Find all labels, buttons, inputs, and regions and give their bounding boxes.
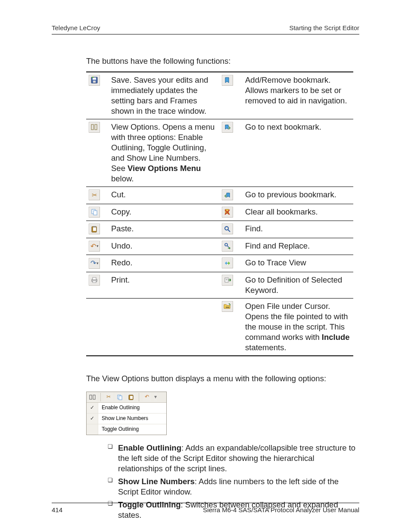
left-description: Print.: [109, 272, 219, 298]
table-row: ✂Cut.Go to previous bookmark.: [86, 187, 353, 204]
svg-rect-12: [93, 226, 96, 227]
svg-rect-4: [91, 124, 93, 130]
undo-icon: ↶: [143, 393, 151, 401]
menu-item-label: Enable Outlining: [98, 404, 140, 411]
svg-line-16: [227, 246, 229, 248]
svg-point-13: [225, 227, 228, 230]
copy-icon: [115, 393, 124, 401]
table-row: Paste.Find.: [86, 221, 353, 238]
view-options-menu-screenshot: ✂ ↶ ▾ ✓Enable Outlining✓Show Line Number…: [86, 392, 167, 435]
cut-icon: ✂: [89, 190, 100, 200]
manual-title-footer: Sierra M6-4 SAS/SATA Protocol Analyzer U…: [203, 506, 359, 514]
left-description: Save. Saves your edits and immediately u…: [109, 72, 219, 119]
view-options-intro: The View Options button displays a menu …: [86, 373, 359, 384]
paste-icon: [89, 224, 100, 234]
right-description: Open File under Cursor. Opens the file p…: [243, 298, 353, 356]
table-row: Save. Saves your edits and immediately u…: [86, 72, 353, 119]
svg-point-15: [225, 243, 227, 246]
cut-icon: ✂: [104, 393, 113, 401]
right-description: Go to next bookmark.: [243, 119, 353, 187]
left-description: Copy.: [109, 204, 219, 221]
print-icon: [89, 275, 100, 286]
left-description: Paste.: [109, 221, 219, 238]
header-right: Starting the Script Editor: [289, 24, 359, 32]
menu-item-label: Show Line Numbers: [98, 415, 148, 422]
svg-rect-7: [93, 211, 97, 215]
left-description: View Options. Opens a menu with three op…: [109, 119, 219, 187]
view-options-icon: [89, 122, 100, 133]
right-description: Find.: [243, 221, 353, 238]
menu-item-label: Toggle Outlining: [98, 426, 139, 433]
table-row: ↶▾Undo.Find and Replace.: [86, 238, 353, 255]
redo-icon: ↷▾: [89, 258, 100, 269]
view-options-icon: [88, 393, 97, 401]
svg-line-14: [228, 230, 230, 232]
intro-text: The buttons have the following functions…: [86, 56, 359, 66]
copy-icon: [89, 207, 100, 218]
svg-rect-5: [95, 124, 97, 130]
menu-item[interactable]: ✓Show Line Numbers: [87, 414, 166, 424]
table-row: Copy.Clear all bookmarks.: [86, 204, 353, 221]
check-icon: ✓: [87, 414, 98, 424]
left-description: Undo.: [109, 238, 219, 255]
goto-trace-icon: [222, 258, 233, 268]
save-icon: [89, 75, 100, 86]
goto-definition-icon: [222, 275, 233, 286]
menu-item[interactable]: Toggle Outlining: [87, 424, 166, 435]
bookmark-next-icon: [222, 122, 233, 133]
right-description: Clear all bookmarks.: [243, 204, 353, 221]
right-description: Go to Trace View: [243, 255, 353, 272]
svg-rect-18: [93, 277, 96, 280]
right-description: Go to previous bookmark.: [243, 187, 353, 204]
undo-icon: ↶▾: [89, 241, 100, 252]
open-include-icon: inc: [222, 301, 233, 312]
table-row: incOpen File under Cursor. Opens the fil…: [86, 298, 353, 356]
paste-icon: [127, 393, 135, 401]
bookmark-add-icon: [222, 75, 233, 86]
list-item: Show Line Numbers: Adds line numbers to …: [108, 476, 359, 497]
table-row: View Options. Opens a menu with three op…: [86, 119, 353, 187]
svg-rect-2: [93, 81, 96, 83]
svg-rect-29: [130, 396, 133, 399]
svg-rect-24: [90, 395, 92, 399]
find-replace-icon: [222, 241, 233, 252]
button-functions-table: Save. Saves your edits and immediately u…: [86, 72, 353, 357]
menu-toolbar: ✂ ↶ ▾: [87, 392, 166, 403]
svg-rect-19: [93, 281, 96, 283]
right-description: Find and Replace.: [243, 238, 353, 255]
right-description: Add/Remove bookmark. Allows markers to b…: [243, 72, 353, 119]
check-icon: ✓: [87, 403, 98, 413]
table-row: ↷▾Redo.Go to Trace View: [86, 255, 353, 272]
right-description: Go to Definition of Selected Keyword.: [243, 272, 353, 298]
left-description: Redo.: [109, 255, 219, 272]
table-row: Print.Go to Definition of Selected Keywo…: [86, 272, 353, 298]
left-description: [109, 298, 219, 356]
dropdown-caret-icon: ▾: [154, 393, 157, 401]
left-description: Cut.: [109, 187, 219, 204]
bookmark-prev-icon: [222, 190, 233, 200]
svg-rect-11: [93, 227, 96, 231]
find-icon: [222, 224, 233, 234]
svg-rect-3: [92, 77, 93, 78]
svg-rect-27: [119, 396, 122, 400]
svg-rect-25: [93, 395, 95, 399]
menu-item[interactable]: ✓Enable Outlining: [87, 403, 166, 414]
bookmark-clear-icon: [222, 207, 233, 218]
header-left: Teledyne LeCroy: [52, 24, 100, 32]
svg-text:inc: inc: [226, 306, 230, 308]
list-item: Enable Outlining: Adds an expandable/col…: [108, 443, 359, 474]
page-number: 414: [52, 506, 62, 514]
check-icon: [87, 424, 98, 435]
